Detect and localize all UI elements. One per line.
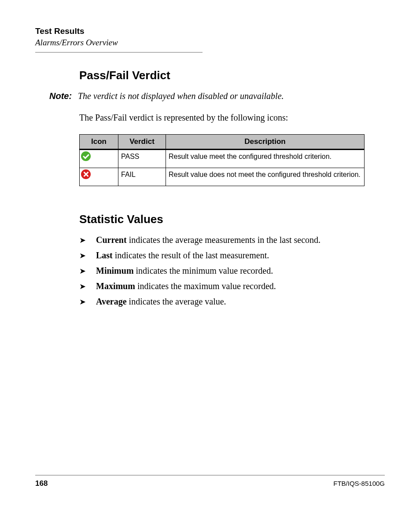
cell-icon-pass [80,150,118,168]
page-number: 168 [35,479,48,488]
list-item: Minimum indicates the minimum value reco… [89,266,385,276]
stat-term: Current [96,235,127,245]
page-header: Test Results Alarms/Errors Overview [35,26,385,53]
note-line: Note: The verdict is not displayed when … [49,91,385,101]
footer-row: 168 FTB/IQS-85100G [35,479,385,488]
verdict-table: Icon Verdict Description PASS Result val… [79,134,365,186]
stat-desc: indicates the average value. [127,297,226,306]
note-label: Note: [49,91,76,101]
footer-rule [35,475,385,476]
stat-term: Maximum [96,281,135,291]
cell-description: Result value does not meet the configure… [166,168,365,186]
x-circle-icon [81,169,91,179]
header-subtitle: Alarms/Errors Overview [35,38,385,48]
list-item: Current indicates the average measuremen… [89,235,385,245]
th-description: Description [166,135,365,150]
stat-desc: indicates the maximum value recorded. [135,281,276,291]
page-footer: 168 FTB/IQS-85100G [35,475,385,488]
list-item: Last indicates the result of the last me… [89,250,385,261]
cell-verdict: FAIL [118,168,166,186]
stat-list: Current indicates the average measuremen… [89,235,385,307]
section-heading-stats: Statistic Values [79,213,385,226]
th-icon: Icon [80,135,118,150]
table-header-row: Icon Verdict Description [80,135,365,150]
stat-desc: indicates the minimum value recorded. [134,266,273,275]
section-heading-passfail: Pass/Fail Verdict [79,69,385,82]
cell-verdict: PASS [118,150,166,168]
cell-icon-fail [80,168,118,186]
table-row: PASS Result value meet the configured th… [80,150,365,168]
intro-text: The Pass/Fail verdict is represented by … [79,113,385,123]
header-title: Test Results [35,26,385,36]
list-item: Maximum indicates the maximum value reco… [89,281,385,291]
header-rule [35,52,203,53]
cell-description: Result value meet the configured thresho… [166,150,365,168]
stat-desc: indicates the result of the last measure… [113,250,269,260]
document-id: FTB/IQS-85100G [333,480,385,487]
stat-term: Minimum [96,266,134,275]
check-circle-icon [81,151,91,161]
stat-desc: indicates the average measurements in th… [127,235,321,245]
list-item: Average indicates the average value. [89,297,385,307]
page-content: Pass/Fail Verdict Note: The verdict is n… [79,69,385,307]
stat-term: Average [96,297,127,306]
table-row: FAIL Result value does not meet the conf… [80,168,365,186]
note-text: The verdict is not displayed when disabl… [78,91,284,101]
th-verdict: Verdict [118,135,166,150]
stat-term: Last [96,250,113,260]
